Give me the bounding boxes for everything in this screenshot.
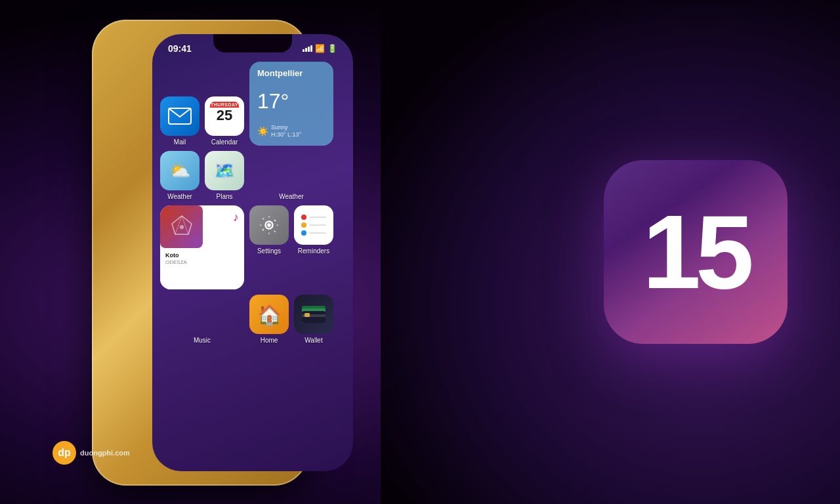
reminder-item-1 (301, 215, 326, 220)
app-plans[interactable]: 🗺️ Plans (205, 151, 244, 200)
app-row-2: ⛅ Weather 🗺️ Plans Weather (160, 151, 345, 200)
widget-temp: 17° (257, 91, 326, 112)
wallet-icon-svg (301, 304, 327, 324)
reminders-label: Reminders (298, 247, 329, 255)
weather-widget-label-area: Weather (249, 193, 333, 200)
maps-icon: 🗺️ (214, 161, 235, 181)
weather-widget-label: Weather (279, 193, 304, 200)
calendar-icon-bg: THURSDAY 25 (205, 96, 244, 136)
svg-point-7 (267, 223, 270, 226)
music-label-area: Music (160, 337, 244, 344)
watermark-logo-text: dp (58, 447, 71, 459)
dot-red (301, 215, 306, 220)
dot-blue (301, 230, 306, 236)
home-label: Home (261, 337, 278, 344)
app-settings[interactable]: Settings (249, 205, 289, 255)
battery-icon: 🔋 (327, 44, 337, 53)
music-note-icon: ♪ (233, 211, 239, 224)
watermark-logo: dp (52, 441, 76, 465)
music-artist-name: ODESZA (165, 259, 239, 265)
svg-rect-12 (304, 313, 310, 317)
weather-label: Weather (167, 193, 192, 200)
status-icons: 📶 🔋 (303, 44, 337, 53)
bar1 (303, 49, 304, 52)
gear-icon (257, 213, 281, 237)
weather-icon-bg: ⛅ (160, 151, 200, 190)
music-app-label: Music (194, 337, 211, 344)
signal-icon (303, 45, 312, 52)
mail-icon-bg (160, 96, 200, 136)
condition-text: Sunny (271, 124, 301, 132)
widget-city: Montpellier (257, 68, 326, 78)
reminders-icon-bg (294, 205, 333, 245)
home-icon-bg: 🏠 (249, 295, 289, 334)
phone-container: 09:41 📶 🔋 (39, 13, 354, 499)
weather-widget[interactable]: Montpellier 17° ☀️ Sunny H:30° L:13° (249, 62, 333, 146)
calendar-date: 25 (217, 108, 232, 123)
app-weather[interactable]: ⛅ Weather (160, 151, 200, 200)
plans-icon-bg: 🗺️ (205, 151, 244, 190)
plans-label: Plans (216, 193, 232, 200)
music-info: Koto ODESZA (160, 248, 244, 289)
line-2 (309, 224, 326, 226)
calendar-inner: THURSDAY 25 (210, 102, 239, 131)
dot-orange (301, 222, 306, 228)
music-widget-content: ♪ (160, 205, 244, 248)
music-album-art (160, 205, 203, 248)
wifi-icon: 📶 (315, 44, 325, 53)
reminder-item-3 (301, 230, 326, 236)
reminder-item-2 (301, 222, 326, 228)
wallet-icon-bg (294, 295, 333, 334)
app-calendar[interactable]: THURSDAY 25 Calendar (205, 96, 244, 146)
music-meta: ♪ (203, 205, 244, 248)
watermark: dp duongphi.com (52, 441, 130, 465)
reminders-inner (297, 209, 330, 242)
line-3 (309, 232, 326, 234)
app-mail[interactable]: Mail (160, 96, 200, 146)
app-row-1: Mail THURSDAY 25 Calendar (160, 62, 345, 146)
watermark-site: duongphi.com (80, 449, 130, 457)
settings-icon-bg (249, 205, 289, 245)
bar3 (308, 47, 310, 52)
app-grid: Mail THURSDAY 25 Calendar (152, 56, 353, 344)
ios15-number: 15 (642, 200, 749, 304)
svg-point-5 (180, 225, 184, 229)
home-icon: 🏠 (257, 303, 282, 326)
ios15-container: 15 (604, 160, 788, 344)
settings-label: Settings (257, 247, 281, 255)
sun-icon: ☀️ (257, 126, 268, 136)
wallet-label: Wallet (304, 337, 322, 344)
widget-condition: Sunny H:30° L:13° (271, 124, 301, 139)
album-svg (165, 211, 198, 243)
app-row-4: Music 🏠 Home (160, 295, 345, 344)
widget-bottom: ☀️ Sunny H:30° L:13° (257, 124, 326, 139)
calendar-label: Calendar (211, 138, 238, 146)
mail-label: Mail (174, 138, 186, 146)
app-reminders[interactable]: Reminders (294, 205, 333, 255)
line-1 (309, 217, 326, 218)
status-time: 09:41 (168, 43, 192, 54)
weather-cloud-icon: ⛅ (169, 161, 190, 181)
app-home[interactable]: 🏠 Home (249, 295, 289, 344)
phone-notch (213, 34, 292, 52)
app-wallet[interactable]: Wallet (294, 295, 333, 344)
mail-icon-svg (168, 108, 192, 125)
bar4 (310, 45, 312, 52)
bar2 (305, 48, 307, 52)
phone-screen: 09:41 📶 🔋 (152, 34, 353, 471)
phone-frame: 09:41 📶 🔋 (92, 20, 308, 486)
high-low-text: H:30° L:13° (271, 131, 301, 139)
music-widget[interactable]: ♪ Koto ODESZA (160, 205, 244, 289)
ios15-icon: 15 (604, 160, 788, 344)
app-row-3: ♪ Koto ODESZA (160, 205, 345, 289)
music-song-title: Koto (165, 252, 239, 259)
